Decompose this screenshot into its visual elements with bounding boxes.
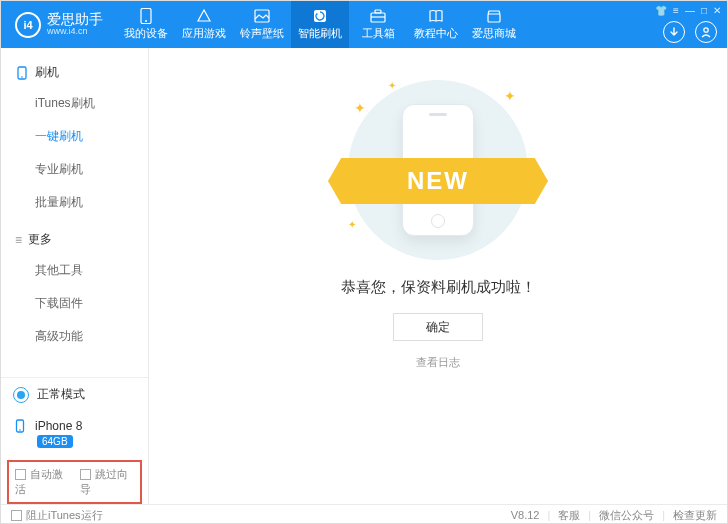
nav-tutorials[interactable]: 教程中心 [407,1,465,48]
main-nav: 我的设备 应用游戏 铃声壁纸 智能刷机 工具箱 教程中心 爱思商城 [117,1,523,48]
auto-activate-checkbox[interactable]: 自动激活 [15,467,70,497]
nav-label: 工具箱 [362,26,395,41]
status-bar: 阻止iTunes运行 V8.12 | 客服 | 微信公众号 | 检查更新 [1,504,727,524]
device-name: iPhone 8 [35,419,82,433]
minimize-icon[interactable]: — [685,5,695,16]
skin-icon[interactable]: 👕 [655,5,667,16]
svg-point-11 [21,76,23,78]
nav-ringtones[interactable]: 铃声壁纸 [233,1,291,48]
mode-label: 正常模式 [37,386,85,403]
sparkle-icon: ✦ [354,100,366,116]
app-logo: i4 爱思助手 www.i4.cn [1,12,113,38]
sidebar-item-oneclick-flash[interactable]: 一键刷机 [1,120,148,153]
ok-button[interactable]: 确定 [393,313,483,341]
svg-rect-5 [375,10,381,13]
sidebar-item-pro-flash[interactable]: 专业刷机 [1,153,148,186]
svg-point-9 [704,28,708,32]
toolbox-icon [369,8,387,24]
success-illustration: NEW ✦ ✦ ✦ ✦ [333,80,543,260]
nav-flash[interactable]: 智能刷机 [291,1,349,48]
apple-phone-icon [13,419,27,433]
sidebar-section-more[interactable]: ≡ 更多 [1,227,148,254]
nav-label: 应用游戏 [182,26,226,41]
menu-icon[interactable]: ≡ [673,5,679,16]
window-controls: 👕 ≡ — □ ✕ [655,5,721,16]
wallpaper-icon [253,8,271,24]
options-box: 自动激活 跳过向导 [7,460,142,504]
download-button[interactable] [663,21,685,43]
success-message: 恭喜您，保资料刷机成功啦！ [341,278,536,297]
phone-icon [137,8,155,24]
close-icon[interactable]: ✕ [713,5,721,16]
storage-badge: 64GB [37,435,73,448]
sparkle-icon: ✦ [348,219,356,230]
book-icon [427,8,445,24]
sidebar-item-other-tools[interactable]: 其他工具 [1,254,148,287]
sidebar-section-flash[interactable]: 刷机 [1,60,148,87]
nav-label: 爱思商城 [472,26,516,41]
support-link[interactable]: 客服 [558,508,580,523]
nav-label: 我的设备 [124,26,168,41]
sidebar: 刷机 iTunes刷机 一键刷机 专业刷机 批量刷机 ≡ 更多 其他工具 下载固… [1,48,149,504]
new-ribbon: NEW [328,158,548,204]
maximize-icon[interactable]: □ [701,5,707,16]
logo-icon: i4 [15,12,41,38]
svg-point-1 [145,20,147,22]
sparkle-icon: ✦ [388,80,396,91]
section-title: 更多 [28,231,52,248]
app-title: 爱思助手 [47,12,103,27]
nav-my-device[interactable]: 我的设备 [117,1,175,48]
nav-label: 教程中心 [414,26,458,41]
store-icon [485,8,503,24]
version-label: V8.12 [511,509,540,521]
device-icon [15,66,29,80]
sidebar-item-advanced[interactable]: 高级功能 [1,320,148,353]
sparkle-icon: ✦ [504,88,516,104]
view-log-link[interactable]: 查看日志 [416,355,460,370]
sidebar-item-download-fw[interactable]: 下载固件 [1,287,148,320]
block-itunes-checkbox[interactable]: 阻止iTunes运行 [11,508,103,523]
section-title: 刷机 [35,64,59,81]
wechat-link[interactable]: 微信公众号 [599,508,654,523]
mode-icon [13,387,29,403]
nav-store[interactable]: 爱思商城 [465,1,523,48]
device-row[interactable]: iPhone 8 64GB [1,411,148,456]
svg-rect-8 [488,14,500,22]
nav-toolbox[interactable]: 工具箱 [349,1,407,48]
main-panel: NEW ✦ ✦ ✦ ✦ 恭喜您，保资料刷机成功啦！ 确定 查看日志 [149,48,727,504]
flash-icon [311,8,329,24]
sidebar-item-batch-flash[interactable]: 批量刷机 [1,186,148,219]
update-link[interactable]: 检查更新 [673,508,717,523]
nav-label: 铃声壁纸 [240,26,284,41]
sidebar-item-itunes-flash[interactable]: iTunes刷机 [1,87,148,120]
nav-apps[interactable]: 应用游戏 [175,1,233,48]
list-icon: ≡ [15,233,22,247]
mode-row[interactable]: 正常模式 [1,378,148,411]
app-subdomain: www.i4.cn [47,27,103,37]
skip-guide-checkbox[interactable]: 跳过向导 [80,467,135,497]
apps-icon [195,8,213,24]
svg-point-13 [19,429,21,431]
nav-label: 智能刷机 [298,26,342,41]
user-button[interactable] [695,21,717,43]
